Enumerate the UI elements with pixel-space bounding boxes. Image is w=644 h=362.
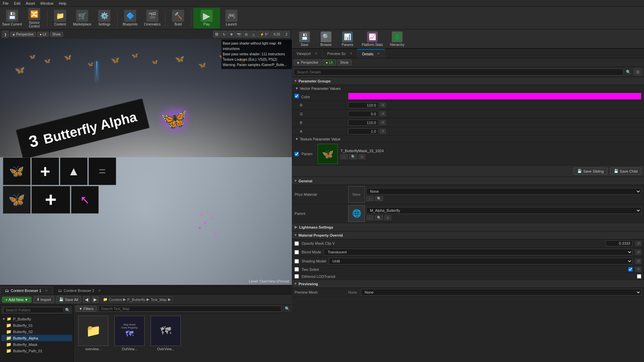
parent-reset-btn[interactable]: ← [366, 215, 374, 220]
num-btn[interactable]: 2 [283, 31, 290, 38]
content-button[interactable]: 📁 Content [49, 8, 71, 28]
tab-preview-sc-close[interactable]: ✕ [350, 51, 353, 56]
cb-tab-2-close[interactable]: ✕ [98, 289, 101, 293]
lightmass-section[interactable]: ▶ Lightmass Settings [292, 223, 644, 231]
details-grid-icon[interactable]: ⊞ [634, 68, 642, 75]
angle-btn[interactable]: △ [250, 31, 257, 38]
details-panel[interactable]: 🔍 ⊞ ▾ Parameter Groups ▾ Vector Paramete… [292, 67, 644, 362]
menu-edit[interactable]: Edit [14, 1, 20, 5]
show-tab[interactable]: Show [337, 60, 352, 65]
parent-browse-btn[interactable]: ⊙ [384, 215, 391, 220]
g-reset-button[interactable]: ↺ [380, 111, 386, 116]
menu-file[interactable]: File [3, 1, 9, 5]
asset-overview[interactable]: 🗺 OverView... [149, 316, 182, 351]
ue-save-button[interactable]: 💾 Save [294, 30, 315, 48]
tab-details[interactable]: Details ✕ [358, 49, 385, 58]
texture-thumb[interactable]: 🦋 [318, 144, 338, 164]
folder-butterfly-mask[interactable]: 📁 Butterfly_Mask [1, 341, 72, 348]
g-input[interactable] [348, 111, 378, 117]
breadcrumb-content[interactable]: Content [109, 298, 122, 302]
two-sided-reset-btn[interactable]: ↺ [635, 267, 641, 272]
folder-butterfly-01[interactable]: 📁 Butterfly_01 [1, 322, 72, 328]
folder-butterfly-alpha[interactable]: 📁 Butterfly_Alpha [1, 335, 72, 341]
add-new-button[interactable]: + Add New ▼ [2, 297, 32, 303]
nav-back-button[interactable]: ◀ [83, 296, 90, 303]
color-swatch[interactable] [348, 93, 641, 100]
parameter-groups-section[interactable]: ▾ Parameter Groups [292, 77, 644, 85]
grid-toggle-btn[interactable]: ⊟ [243, 31, 250, 38]
rotate-icon-btn[interactable]: ↻ [221, 31, 227, 38]
menu-help[interactable]: Help [59, 1, 66, 5]
ue-browse-button[interactable]: 🔍 Browse [316, 30, 336, 48]
perspective-tab[interactable]: ◈ Perspective [294, 60, 321, 65]
settings-button[interactable]: ⚙️ Settings [94, 8, 115, 28]
texture-arrow-btn[interactable]: ← [340, 154, 348, 159]
show-button[interactable]: Show [50, 32, 63, 37]
build-button[interactable]: 🔨 Build [167, 8, 189, 28]
phys-material-thumb[interactable]: None [348, 186, 365, 203]
save-all-button[interactable]: 💾 Save All [56, 296, 81, 303]
r-input[interactable] [348, 102, 378, 108]
a-input[interactable] [348, 128, 378, 134]
perspective-button[interactable]: ◈ Perspective [10, 32, 36, 37]
cb-tab-1-close[interactable]: ✕ [45, 289, 48, 293]
opacity-mask-input[interactable] [606, 240, 633, 246]
dithered-lod-checkbox[interactable] [294, 274, 299, 279]
parent-dropdown[interactable]: M_Alpha_Butterfly [366, 207, 641, 214]
tab-viewport-close[interactable]: ✕ [315, 51, 318, 56]
camera-icon-btn[interactable]: 📷 [235, 31, 242, 38]
ue-hierarchy-button[interactable]: 🌲 Hierarchy [387, 30, 407, 48]
opacity-mask-checkbox[interactable] [294, 241, 299, 246]
cinematics-button[interactable]: 🎬 Cinematics [142, 8, 163, 28]
parent-search-btn[interactable]: 🔍 [375, 215, 383, 220]
two-sided-checkbox[interactable] [294, 267, 299, 272]
save-child-button[interactable]: 💾 Save Child [610, 168, 641, 175]
blend-mode-checkbox[interactable] [294, 250, 299, 254]
lit-tab[interactable]: ● Lit [323, 60, 336, 65]
lit-button[interactable]: ● Lit [37, 32, 49, 37]
color-checkbox[interactable] [294, 94, 299, 98]
preview-mesh-dropdown[interactable]: None [361, 289, 641, 296]
folder-butterfly-02[interactable]: 📁 Butterfly_02 [1, 328, 72, 335]
folders-search-input[interactable] [3, 307, 64, 313]
blend-mode-reset-btn[interactable]: ↺ [635, 250, 641, 255]
shading-model-dropdown[interactable]: Unlit [329, 258, 633, 264]
grid-icon-btn[interactable]: ⊞ [213, 31, 220, 38]
breadcrumb-p-butterfly[interactable]: P_Butterfly [127, 298, 145, 302]
tab-viewport[interactable]: Viewport ✕ [292, 49, 323, 58]
dithered-lod-value-checkbox[interactable] [637, 274, 641, 279]
menu-window[interactable]: Window [40, 1, 53, 5]
r-reset-button[interactable]: ↺ [380, 103, 386, 108]
launch-button[interactable]: 🎮 Launch [221, 8, 242, 28]
general-section[interactable]: ▾ General [292, 177, 644, 185]
b-input[interactable] [348, 120, 378, 126]
shading-model-reset-btn[interactable]: ↺ [635, 259, 641, 264]
a-reset-button[interactable]: ↺ [380, 129, 386, 134]
filters-button[interactable]: ▼ Filters [76, 306, 97, 312]
texture-search-btn[interactable]: 🔍 [349, 154, 357, 159]
opacity-reset-btn[interactable]: ↺ [635, 241, 641, 246]
blueprints-button[interactable]: 🔷 Blueprints [119, 8, 141, 28]
ue-params-button[interactable]: 📊 Params [337, 30, 358, 48]
param-checkbox[interactable] [294, 152, 299, 156]
breadcrumb-test-map[interactable]: Test_Map [151, 298, 167, 302]
phys-reset-btn[interactable]: ← [366, 196, 374, 201]
content-search-input[interactable] [99, 306, 281, 312]
folder-butterfly-path[interactable]: 📁 Butterfly_Path_01 [1, 348, 72, 354]
source-control-button[interactable]: 🔀 Source Control [23, 8, 45, 28]
phys-material-dropdown[interactable]: None [366, 188, 641, 195]
snap-value[interactable]: ⚡ 5° [258, 31, 271, 38]
phys-search-btn[interactable]: 🔍 [375, 196, 383, 201]
shading-model-checkbox[interactable] [294, 259, 299, 263]
tab-preview-sc[interactable]: Preview Sc ✕ [323, 49, 358, 58]
menu-asset[interactable]: Asset [26, 1, 35, 5]
scale-value[interactable]: 0.25 [271, 31, 282, 38]
viewport-toggle-btn[interactable]: ❯ [2, 31, 9, 38]
details-search-input[interactable] [294, 69, 623, 75]
folder-p-butterfly[interactable]: ▾ 📁 P_Butterfly [1, 316, 72, 322]
texture-param-subsection[interactable]: ▾ Texture Parameter Value [292, 136, 644, 142]
texture-browse-btn[interactable]: ⊙ [359, 154, 365, 159]
previewing-section[interactable]: ▾ Previewing [292, 280, 644, 288]
cb-tab-1[interactable]: 🗂 Content Browser 1 ✕ [0, 287, 53, 294]
blend-mode-dropdown[interactable]: Translucent [324, 249, 633, 255]
